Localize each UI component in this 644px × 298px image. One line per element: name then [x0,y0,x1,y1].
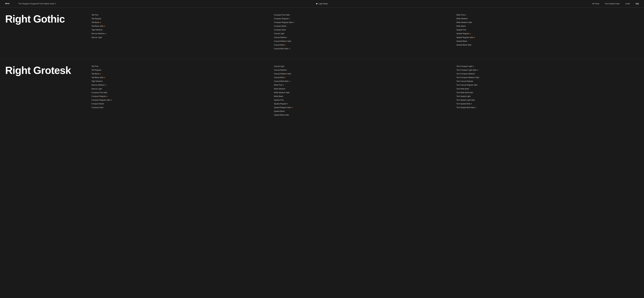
style-item-0-0-6[interactable]: Narrow Light [92,36,274,39]
style-item-0-2-5[interactable]: Spatial Regular [456,32,639,35]
style-item-1-1-4[interactable]: Casual Bold Italic [274,80,456,83]
style-item-0-0-4[interactable]: Tight Medium [92,28,274,31]
style-item-0-2-0[interactable]: Wide Fine [456,13,639,16]
style-item-1-1-1[interactable]: Casual Medium [274,68,456,72]
style-item-1-1-12[interactable]: Spatial Black [274,110,456,113]
style-label-1-2-7: Text Wide Bold Italic [456,91,473,94]
style-item-1-1-7[interactable]: Wide Medium Italic [274,91,456,94]
style-label-0-2-1: Wide Medium [456,17,468,20]
style-item-0-1-3[interactable]: Compact Black [274,24,456,28]
style-label-1-1-12: Spatial Black [274,110,284,113]
style-label-1-1-8: Wide Black [274,95,283,98]
font-starter-pack-link[interactable]: Font Starter Pack [605,2,620,5]
style-label-1-2-1: Text Compact Light Italic [456,68,477,72]
style-item-0-2-2[interactable]: Wide Medium Italic [456,21,639,24]
style-item-0-0-3[interactable]: Tall Black Italic [92,24,274,28]
style-item-0-1-2[interactable]: Compact Regular Italic [274,21,456,24]
style-label-0-1-6: Casual Medium [274,36,287,39]
new-dot-icon [289,18,290,19]
style-item-1-0-6[interactable]: Narrow Light [92,87,274,90]
style-item-1-0-8[interactable]: Compact Regular [92,95,274,98]
style-item-0-1-9[interactable]: Casual Bold Italic [274,47,456,50]
style-item-1-1-6[interactable]: Wide Medium [274,87,456,90]
all-fonts-link[interactable]: All Fonts [592,2,599,5]
style-item-1-0-5[interactable]: Narrow Medium [92,83,274,87]
style-label-0-1-7: Casual Medium Italic [274,40,291,43]
style-label-0-2-3: Wide Black [456,24,466,28]
style-label-1-2-0: Text Compact Light [456,65,472,68]
cart-button[interactable]: Cart0 [625,2,630,5]
mode-toggle[interactable]: Light Mode [316,2,328,5]
style-item-0-1-1[interactable]: Compact Regular [274,17,456,20]
logo[interactable]: PP•F [5,2,10,5]
style-item-0-1-0[interactable]: Compact Fine Italic [274,13,456,16]
style-item-0-0-5[interactable]: Narrow Medium [92,32,274,35]
style-item-0-2-1[interactable]: Wide Medium [456,17,639,20]
style-item-0-0-1[interactable]: Tall Regular [92,17,274,20]
style-item-1-1-3[interactable]: Casual Bold [274,76,456,79]
style-item-1-2-8[interactable]: Text Spatial Light [456,95,639,98]
font-name-0: Right Gothic [5,13,86,25]
new-dot-icon [294,22,294,23]
style-item-1-0-10[interactable]: Compact Black [92,102,274,105]
style-label-1-1-6: Wide Medium [274,87,285,90]
style-item-1-2-9[interactable]: Text Spatial Light Italic [456,99,639,102]
style-item-1-2-6[interactable]: Text Wide Bold [456,87,639,90]
style-label-0-1-5: Casual Light [274,32,284,35]
font-col-1-2: Text Compact LightText Compact Light Ita… [456,65,639,117]
style-item-1-2-10[interactable]: Text Spatial Bold [456,102,639,105]
style-item-1-0-0[interactable]: Tall Fine [92,65,274,68]
style-item-1-2-7[interactable]: Text Wide Bold Italic [456,91,639,94]
style-item-1-2-2[interactable]: Text Compact Medium [456,72,639,75]
style-item-0-1-8[interactable]: Casual Bold [274,43,456,46]
new-dot-icon [100,22,101,23]
style-item-1-0-2[interactable]: Tall Black [92,72,274,75]
style-item-1-1-9[interactable]: Spatial Fine [274,99,456,102]
new-dot-icon [287,103,288,104]
style-label-1-2-6: Text Wide Bold [456,87,469,90]
style-item-1-1-5[interactable]: Wide Fine [274,83,456,87]
style-item-0-2-3[interactable]: Wide Black [456,24,639,28]
style-item-1-2-5[interactable]: Text Casual Regular Italic [456,83,639,87]
style-item-1-2-3[interactable]: Text Compact Medium Italic [456,76,639,79]
style-item-0-2-8[interactable]: Spatial Black Italic [456,43,639,46]
new-dot-icon [104,77,105,78]
menu-button[interactable] [636,3,639,4]
style-label-1-0-5: Narrow Medium [92,83,105,87]
style-label-1-0-9: Compact Regular Italic [92,99,110,102]
style-item-1-1-8[interactable]: Wide Black [274,95,456,98]
style-item-1-0-7[interactable]: Compact Fine Italic [92,91,274,94]
style-item-1-1-2[interactable]: Casual Medium Italic [274,72,456,75]
style-item-0-0-2[interactable]: Tall Black [92,21,274,24]
new-dot-icon [474,37,475,38]
style-item-0-2-4[interactable]: Spatial Fine [456,28,639,31]
style-item-1-0-4[interactable]: Tight Medium [92,80,274,83]
style-label-1-0-10: Compact Black [92,102,104,105]
style-item-0-1-7[interactable]: Casual Medium Italic [274,40,456,43]
style-item-1-0-3[interactable]: Tall Black Italic [92,76,274,79]
style-label-1-1-5: Wide Fine [274,83,282,87]
style-item-1-0-1[interactable]: Tall Regular [92,68,274,72]
style-item-1-1-10[interactable]: Spatial Regular [274,102,456,105]
style-item-1-2-11[interactable]: Text Spatial Bold Italic [456,106,639,109]
style-label-0-1-8: Casual Bold [274,43,284,46]
style-item-1-0-11[interactable]: Compact Dark [92,106,274,109]
style-item-0-2-6[interactable]: Spatial Regular Italic [456,36,639,39]
new-dot-icon [284,77,285,78]
style-label-0-0-0: Tall Fine [92,13,98,16]
style-item-1-2-0[interactable]: Text Compact Light [456,65,639,68]
style-item-0-0-0[interactable]: Tall Fine [92,13,274,16]
style-item-1-2-1[interactable]: Text Compact Light Italic [456,68,639,72]
style-item-1-1-11[interactable]: Spatial Regular Italic [274,106,456,109]
style-item-1-2-4[interactable]: Text Casual Regular [456,80,639,83]
style-label-1-2-3: Text Compact Medium Italic [456,76,480,79]
style-item-0-1-5[interactable]: Casual Light [274,32,456,35]
style-item-0-2-7[interactable]: Spatial Black [456,40,639,43]
new-dot-icon [475,107,476,108]
style-item-0-1-4[interactable]: Compact Dark [274,28,456,31]
style-item-1-1-0[interactable]: Casual Light [274,65,456,68]
style-item-1-0-9[interactable]: Compact Regular Italic [92,99,274,102]
style-item-1-1-13[interactable]: Spatial Black Italic [274,113,456,117]
style-label-1-2-11: Text Spatial Bold Italic [456,106,475,109]
style-item-0-1-6[interactable]: Casual Medium [274,36,456,39]
